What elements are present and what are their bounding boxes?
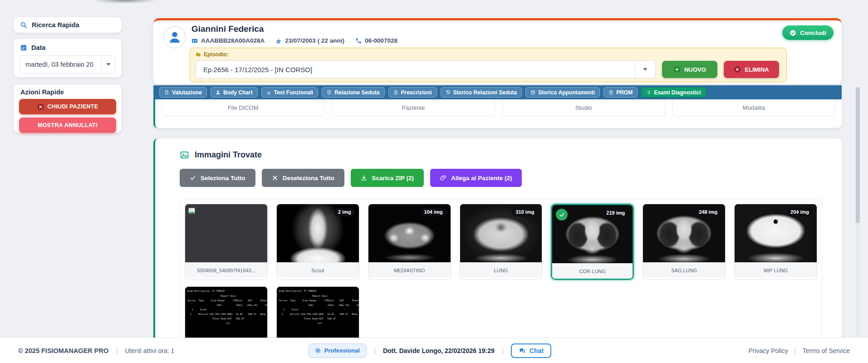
active-users: Utenti attivi ora: 1: [125, 347, 174, 354]
field-box-paziente[interactable]: Paziente: [332, 99, 495, 116]
plan-badge[interactable]: Professional: [308, 343, 367, 358]
x-circle-icon: [734, 66, 741, 73]
field-box-modalita[interactable]: Modalita: [672, 99, 835, 116]
tab-valutazione[interactable]: Valutazione: [159, 87, 207, 98]
series-card-scout[interactable]: 2 imgScout: [276, 204, 359, 280]
series-thumbnail[interactable]: 219 img: [552, 205, 633, 263]
episode-select[interactable]: Ep.2656 - 17/12/2025 - [IN CORSO]: [196, 60, 656, 78]
series-thumbnail[interactable]: [185, 204, 267, 262]
series-thumbnail[interactable]: 204 img: [735, 204, 817, 262]
series-thumbnail[interactable]: 248 img: [643, 204, 725, 262]
person-icon: [167, 30, 182, 44]
footer-center: Professional | Dott. Davide Longo, 22/02…: [308, 343, 551, 358]
patient-birth: 23/07/2003 ( 22 anni): [275, 37, 344, 44]
dose-report-text: Exam Description: TC TORACEReport DoseSe…: [279, 289, 359, 326]
series-card-lung[interactable]: 310 imgLUNG: [460, 204, 543, 280]
top-shadow-artifact: [93, 0, 157, 4]
series-label: MEDIASTINO: [368, 262, 451, 278]
series-label: Scout: [277, 262, 359, 278]
button-label: Seleziona Tutto: [201, 175, 245, 182]
report-icon: [327, 90, 332, 95]
series-card-cor-lung[interactable]: 219 imgCOR LUNG: [551, 204, 634, 280]
avatar: [163, 26, 186, 49]
tab-label: Valutazione: [172, 89, 202, 96]
gear-icon: [315, 348, 321, 353]
tab-storico-appuntamenti[interactable]: Storico Appuntamenti: [525, 87, 600, 98]
deseleziona-tutto-button[interactable]: Deseleziona Tutto: [262, 169, 345, 187]
episode-box: Episodio: Ep.2656 - 17/12/2025 - [IN COR…: [190, 48, 787, 82]
chat-button[interactable]: Chat: [511, 343, 551, 358]
series-thumbnail[interactable]: Exam Description: TC TORACEReport DoseSe…: [277, 287, 359, 345]
check-circle-icon: [790, 29, 796, 36]
vertical-scrollbar[interactable]: [856, 86, 860, 337]
chat-label: Chat: [530, 347, 544, 354]
id-card-icon: [191, 38, 198, 44]
patient-card: Giannini Federica AAABBB28A00A028A 23/07…: [153, 18, 842, 84]
series-card-5004608-540897f41643[interactable]: 5004608_540897f41643...: [185, 204, 268, 280]
terms-of-service-link[interactable]: Terms of Service: [803, 347, 850, 354]
person-icon: [216, 90, 221, 95]
footer-divider: |: [502, 347, 504, 355]
series-label: COR LUNG: [552, 263, 633, 279]
tab-body-chart[interactable]: Body Chart: [211, 87, 258, 98]
footer: © 2025 FISIOMANAGER PRO | Utenti attivi …: [0, 338, 868, 363]
allega-al-paziente-2-button[interactable]: Allega al Paziente (2): [430, 169, 522, 187]
logged-user-info: Dott. Davide Longo, 22/02/2026 19:29: [383, 347, 495, 354]
quick-search-card[interactable]: Ricerca Rapida: [14, 17, 122, 33]
privacy-policy-link[interactable]: Privacy Policy: [748, 347, 788, 354]
series-card-mediastino[interactable]: 104 imgMEDIASTINO: [368, 204, 451, 280]
check-icon: [190, 175, 196, 181]
series-card-sag-lung[interactable]: 248 imgSAG LUNG: [642, 204, 726, 280]
images-section-title: Immagini Trovate: [195, 150, 262, 160]
series-label: LUNG: [460, 262, 542, 278]
tab-label: Esami Diagnostici: [654, 89, 701, 96]
scrollbar-thumb[interactable]: [856, 87, 860, 223]
paperclip-icon: [440, 175, 446, 181]
delete-episode-button[interactable]: ELIMINA: [724, 61, 779, 78]
date-input[interactable]: martedì, 03 febbraio 20: [20, 55, 115, 74]
series-thumbnail[interactable]: 310 img: [460, 204, 542, 262]
seleziona-tutto-button[interactable]: Seleziona Tutto: [180, 169, 255, 187]
chart-icon: [266, 90, 271, 95]
field-box-studio[interactable]: Studio: [502, 99, 665, 116]
series-thumbnail[interactable]: 2 img: [277, 204, 359, 262]
phone-icon: [355, 38, 362, 44]
tab-esami-diagnostici[interactable]: Esami Diagnostici: [641, 87, 706, 98]
patient-fiscal-code: AAABBB28A00A028A: [191, 37, 265, 44]
show-cancelled-label: MOSTRA ANNULLATI: [38, 122, 98, 128]
delete-episode-label: ELIMINA: [745, 66, 769, 73]
image-count-badge: 219 img: [602, 209, 629, 217]
patient-name: Giannini Federica: [191, 24, 264, 34]
show-cancelled-button[interactable]: MOSTRA ANNULLATI: [19, 118, 116, 133]
chat-icon: [519, 347, 526, 354]
dicom-fields-panel: File DICOMPazienteStudioModalita: [153, 99, 842, 128]
scarica-zip-2-button[interactable]: Scarica ZIP (2): [351, 169, 424, 187]
search-icon: [20, 21, 27, 29]
tab-prom[interactable]: PROM: [603, 87, 638, 98]
download-icon: [361, 175, 367, 181]
series-thumbnail[interactable]: Exam Description: TC TORACEReport DoseSe…: [185, 287, 267, 345]
image-count-badge: 310 img: [511, 208, 538, 216]
series-label: MIP LUNG: [735, 262, 817, 278]
episode-caret[interactable]: [635, 61, 655, 78]
footer-divider: |: [794, 347, 796, 355]
series-thumbnail[interactable]: 104 img: [368, 204, 451, 262]
conclude-button[interactable]: Concludi: [782, 25, 834, 40]
field-box-file-dicom[interactable]: File DICOM: [162, 99, 324, 116]
tab-label: PROM: [616, 89, 633, 96]
footer-right: Privacy Policy | Terms of Service: [748, 347, 850, 355]
tab-test-funzionali[interactable]: Test Funzionali: [261, 87, 318, 98]
series-card-mip-lung[interactable]: 204 imgMIP LUNG: [734, 204, 817, 280]
button-label: Scarica ZIP (2): [372, 175, 414, 182]
phone-value: 06-0007028: [365, 37, 397, 44]
prescription-icon: [393, 90, 398, 95]
episode-label: Episodio:: [204, 51, 229, 58]
close-patient-button[interactable]: CHIUDI PAZIENTE: [19, 99, 116, 114]
image-count-badge: 2 img: [334, 208, 355, 216]
tab-label: Storico Appuntamenti: [538, 89, 595, 96]
tab-prescrizioni[interactable]: Prescrizioni: [388, 87, 437, 98]
date-caret[interactable]: [102, 56, 115, 73]
new-episode-button[interactable]: NUOVO: [662, 61, 717, 78]
tab-storico-relazioni-seduta[interactable]: Storico Relazioni Seduta: [441, 87, 522, 98]
tab-relazione-seduta[interactable]: Relazione Seduta: [322, 87, 384, 98]
